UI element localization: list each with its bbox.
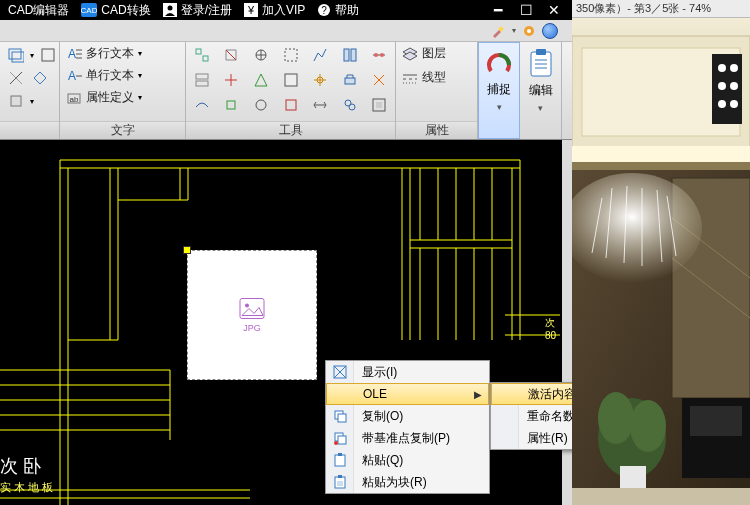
singleline-text-icon: A [66, 68, 82, 84]
ribbon-group-text-title: 文字 [60, 121, 185, 139]
tool-icon[interactable] [281, 95, 301, 115]
svg-rect-71 [338, 475, 342, 478]
svg-point-80 [730, 82, 738, 90]
ribbon-dropdown-2[interactable]: ▾ [30, 97, 34, 106]
svg-rect-76 [712, 54, 742, 124]
ctx-paste[interactable]: 粘贴(Q) [326, 449, 489, 471]
chevron-down-icon[interactable]: ▾ [138, 49, 142, 58]
tool-icon[interactable] [281, 70, 301, 90]
svg-text:ab: ab [70, 95, 79, 104]
svg-point-61 [245, 304, 249, 308]
settings-dot-icon[interactable] [522, 24, 536, 38]
tool-icon[interactable] [192, 70, 212, 90]
vertical-scrollbar[interactable] [562, 140, 572, 505]
svg-rect-84 [572, 162, 750, 170]
tool-icon[interactable] [310, 45, 330, 65]
svg-text:?: ? [322, 5, 328, 16]
svg-point-81 [718, 100, 726, 108]
tool-icon[interactable] [192, 45, 212, 65]
tool-icon[interactable] [222, 45, 242, 65]
menu-login[interactable]: 登录/注册 [157, 0, 238, 20]
pasteblock-icon [333, 475, 347, 489]
tool-icon[interactable] [369, 95, 389, 115]
menu-vip[interactable]: ¥ 加入VIP [238, 0, 311, 20]
svg-rect-69 [338, 453, 342, 456]
help-globe-icon[interactable] [542, 23, 558, 39]
copybase-icon [333, 431, 347, 445]
svg-point-10 [527, 29, 531, 33]
tool-icon[interactable] [251, 70, 271, 90]
ctx-copy[interactable]: 复制(O) [326, 405, 489, 427]
ribbon-icon-2[interactable] [38, 45, 58, 65]
ribbon-layer[interactable]: 图层 [402, 45, 446, 62]
ribbon-attr-def[interactable]: ab 属性定义 ▾ [66, 89, 142, 106]
ribbon-capture[interactable]: 捕捉 ▾ [478, 42, 520, 139]
svg-rect-102 [572, 488, 750, 505]
svg-rect-31 [196, 74, 208, 79]
quick-access-strip: ▾ [0, 20, 572, 42]
ctx-ole[interactable]: OLE ▶ [326, 383, 489, 405]
copy-icon [333, 409, 347, 423]
tool-icon[interactable] [340, 95, 360, 115]
svg-rect-27 [344, 49, 349, 61]
svg-rect-64 [338, 414, 346, 422]
ribbon-icon-1[interactable] [6, 45, 26, 65]
maximize-button[interactable]: ☐ [512, 0, 540, 20]
tool-icon[interactable] [340, 45, 360, 65]
menu-help[interactable]: ? 帮助 [311, 0, 365, 20]
ribbon-icon-3[interactable] [6, 68, 26, 88]
ctx-paste-block[interactable]: 粘贴为块(R) [326, 471, 489, 493]
svg-point-82 [730, 100, 738, 108]
brush-icon[interactable] [490, 23, 506, 39]
ribbon-multiline-text[interactable]: A 多行文本 ▾ [66, 45, 142, 62]
tool-icon[interactable] [222, 95, 242, 115]
brush-dropdown[interactable]: ▾ [512, 26, 516, 35]
tool-icon[interactable] [192, 95, 212, 115]
svg-rect-35 [345, 78, 355, 84]
ribbon-dropdown-1[interactable]: ▾ [30, 51, 34, 60]
tool-icon[interactable] [369, 70, 389, 90]
svg-point-78 [730, 64, 738, 72]
svg-rect-23 [196, 49, 201, 54]
room-label: 次 卧 [0, 454, 41, 478]
ribbon-icon-4[interactable] [30, 68, 50, 88]
tool-icon[interactable] [369, 45, 389, 65]
ctx-display[interactable]: 显示(I) [326, 361, 489, 383]
ribbon-singleline-text[interactable]: A 单行文本 ▾ [66, 67, 142, 84]
svg-point-29 [374, 53, 378, 57]
tool-icon[interactable] [310, 70, 330, 90]
minimize-button[interactable]: ━ [484, 0, 512, 20]
paste-icon [333, 453, 347, 467]
svg-rect-11 [9, 49, 21, 59]
svg-rect-14 [11, 96, 21, 106]
svg-rect-13 [42, 49, 54, 61]
interior-photo [572, 18, 750, 505]
tool-icon[interactable] [222, 70, 242, 90]
submenu-arrow-icon: ▶ [474, 389, 482, 400]
inserted-image-placeholder[interactable]: JPG [187, 250, 317, 380]
ribbon-icon-5[interactable] [6, 91, 26, 111]
display-icon [333, 365, 347, 379]
svg-point-99 [598, 392, 634, 444]
attr-def-icon: ab [66, 90, 82, 106]
svg-text:CAD: CAD [81, 6, 97, 15]
svg-rect-36 [227, 101, 235, 109]
image-viewer-panel: 350像素）- 第3／5张 - 74% [572, 0, 750, 505]
close-button[interactable]: ✕ [540, 0, 568, 20]
svg-point-67 [334, 441, 338, 445]
tool-icon[interactable] [340, 70, 360, 90]
tool-icon[interactable] [281, 45, 301, 65]
image-viewer-header: 350像素）- 第3／5张 - 74% [572, 0, 750, 18]
ribbon-edit[interactable]: 编辑 ▾ [520, 42, 562, 139]
selection-handle[interactable] [183, 246, 191, 254]
ctx-copy-basepoint[interactable]: 带基准点复制(P) [326, 427, 489, 449]
svg-point-3 [167, 6, 172, 11]
tool-icon[interactable] [251, 45, 271, 65]
svg-rect-32 [196, 81, 208, 86]
ribbon-linetype[interactable]: 线型 [402, 69, 446, 86]
tool-icon[interactable] [310, 95, 330, 115]
svg-rect-68 [335, 455, 345, 466]
menu-cad-convert[interactable]: CAD CAD转换 [75, 0, 156, 20]
tool-icon[interactable] [251, 95, 271, 115]
svg-text:A: A [68, 47, 76, 61]
